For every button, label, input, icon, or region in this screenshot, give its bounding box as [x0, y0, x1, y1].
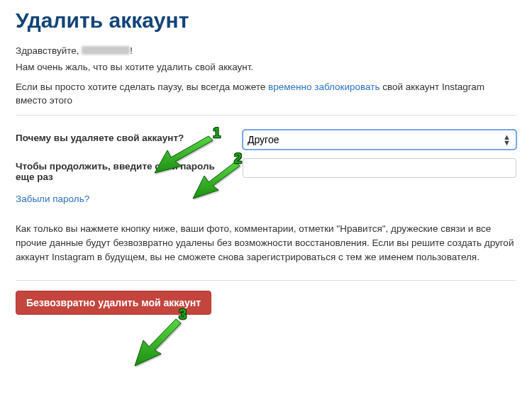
reason-row: Почему вы удаляете свой аккаунт? Другое …	[16, 130, 516, 150]
pause-text-before: Если вы просто хотите сделать паузу, вы …	[16, 82, 268, 92]
password-row: Чтобы продолжить, введите свой пароль ещ…	[16, 158, 516, 182]
page-title: Удалить аккаунт	[16, 9, 516, 33]
divider-bottom	[16, 280, 516, 281]
permanently-delete-button[interactable]: Безвозвратно удалить мой аккаунт	[16, 291, 211, 315]
username-blurred	[82, 46, 130, 55]
sorry-text: Нам очень жаль, что вы хотите удалить св…	[16, 60, 516, 74]
divider-top	[16, 115, 516, 116]
temporarily-disable-link[interactable]: временно заблокировать	[268, 82, 379, 92]
reason-label: Почему вы удаляете свой аккаунт?	[16, 130, 243, 143]
pause-text: Если вы просто хотите сделать паузу, вы …	[16, 80, 516, 108]
password-label: Чтобы продолжить, введите свой пароль ещ…	[16, 158, 243, 182]
reason-select[interactable]: Другое	[243, 130, 516, 150]
warning-text: Как только вы нажмете кнопку ниже, ваши …	[16, 222, 516, 265]
greeting-suffix: !	[130, 45, 133, 56]
greeting-prefix: Здравствуйте,	[16, 45, 82, 56]
password-input[interactable]	[243, 158, 516, 178]
greeting-line: Здравствуйте, !	[16, 45, 516, 56]
forgot-password-link[interactable]: Забыли пароль?	[16, 194, 89, 204]
